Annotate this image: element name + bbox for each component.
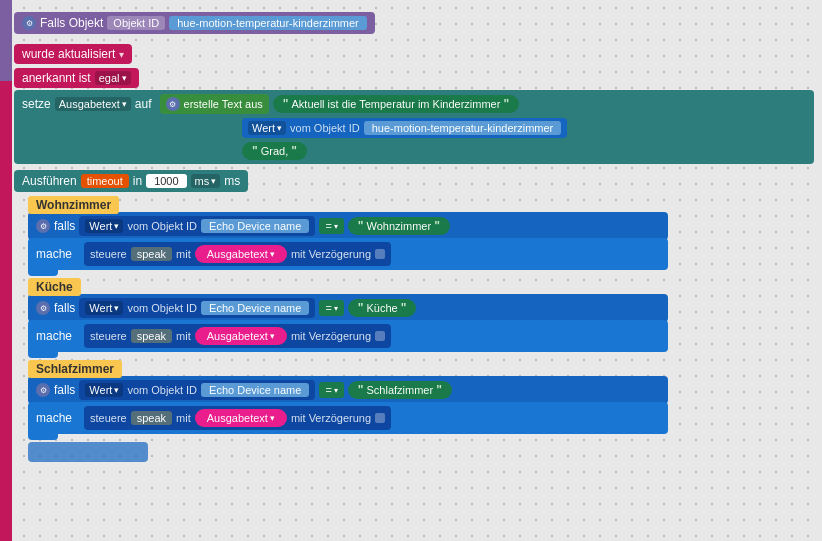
kueche-gear-icon: ⚙ [36, 301, 50, 315]
ms-label: ms [224, 174, 240, 188]
in-label: in [133, 174, 142, 188]
auf-label: auf [135, 97, 152, 111]
schlafzimmer-mache-label: mache [36, 411, 72, 425]
erstelle-gear-icon: ⚙ [166, 97, 180, 111]
wohnzimmer-ausgabetext-dd[interactable]: Ausgabetext [203, 247, 279, 261]
schlafzimmer-vom-label: vom Objekt ID [127, 384, 197, 396]
schlafzimmer-ausgabetext-dd[interactable]: Ausgabetext [203, 411, 279, 425]
kueche-ausgabetext-dd[interactable]: Ausgabetext [203, 329, 279, 343]
wohnzimmer-mache-row: mache steuere speak mit Ausgabetext mit … [36, 242, 660, 266]
erstelle-label: erstelle Text aus [184, 98, 263, 110]
wohnzimmer-ausgabetext[interactable]: Ausgabetext [195, 245, 287, 263]
setze-row1: setze Ausgabetext auf ⚙ erstelle Text au… [22, 94, 806, 114]
ausgabetext-dropdown[interactable]: Ausgabetext [55, 97, 131, 111]
objekt-id-label: Objekt ID [107, 16, 165, 30]
kueche-echo-device[interactable]: Echo Device name [201, 301, 309, 315]
objekt-id-value2[interactable]: hue-motion-temperatur-kinderzimmer [364, 121, 562, 135]
schlafzimmer-equals[interactable]: = ▾ [319, 382, 343, 398]
wohnzimmer-equals[interactable]: = ▾ [319, 218, 343, 234]
wohnzimmer-delay-input[interactable] [375, 249, 385, 259]
anerkannt-label: anerkannt ist [22, 71, 91, 85]
kueche-steuere-label: steuere [90, 330, 127, 342]
ms-dropdown[interactable]: ms [191, 174, 221, 188]
kueche-ausgabetext[interactable]: Ausgabetext [195, 327, 287, 345]
wohnzimmer-verzoegerung-label: mit Verzögerung [291, 248, 371, 260]
kueche-equals[interactable]: = ▾ [319, 300, 343, 316]
kueche-label: Küche [28, 278, 81, 296]
aktuell-string-block[interactable]: " Aktuell ist die Temperatur im Kinderzi… [273, 95, 519, 113]
kueche-mache-block[interactable]: mache steuere speak mit Ausgabetext mit … [28, 320, 668, 352]
wohnzimmer-mit-label: mit [176, 248, 191, 260]
wohnzimmer-string-value: Wohnzimmer [367, 220, 432, 232]
wohnzimmer-speak-label: speak [131, 247, 172, 261]
setze-label: setze [22, 97, 51, 111]
wohnzimmer-steuere-block[interactable]: steuere speak mit Ausgabetext mit Verzög… [84, 242, 391, 266]
schlafzimmer-mache-row: mache steuere speak mit Ausgabetext mit … [36, 406, 660, 430]
erstelle-block[interactable]: ⚙ erstelle Text aus [160, 94, 269, 114]
kueche-mit-label: mit [176, 330, 191, 342]
kueche-falls-row: ⚙ falls Wert vom Objekt ID Echo Device n… [36, 298, 660, 318]
kueche-wert-dd[interactable]: Wert [85, 301, 123, 315]
kueche-mache-label: mache [36, 329, 72, 343]
schlafzimmer-falls-label: falls [54, 383, 75, 397]
sidebar-accent [0, 0, 12, 541]
kueche-steuere-block[interactable]: steuere speak mit Ausgabetext mit Verzög… [84, 324, 391, 348]
kueche-vom-label: vom Objekt ID [127, 302, 197, 314]
schlafzimmer-mit-label: mit [176, 412, 191, 424]
wohnzimmer-wert-dd[interactable]: Wert [85, 219, 123, 233]
kueche-falls-block[interactable]: ⚙ falls Wert vom Objekt ID Echo Device n… [28, 294, 668, 322]
wohnzimmer-falls-label: falls [54, 219, 75, 233]
kueche-verzoegerung-label: mit Verzögerung [291, 330, 371, 342]
schlafzimmer-label: Schlafzimmer [28, 360, 122, 378]
wohnzimmer-string[interactable]: " Wohnzimmer " [348, 217, 450, 235]
schlafzimmer-mache-block[interactable]: mache steuere speak mit Ausgabetext mit … [28, 402, 668, 434]
anerkannt-block[interactable]: anerkannt ist egal [14, 68, 139, 88]
wohnzimmer-wert-block[interactable]: Wert vom Objekt ID Echo Device name [79, 216, 315, 236]
wohnzimmer-falls-row: ⚙ falls Wert vom Objekt ID Echo Device n… [36, 216, 660, 236]
wurde-label: wurde aktualisiert [22, 47, 115, 61]
schlafzimmer-steuere-label: steuere [90, 412, 127, 424]
kueche-mache-row: mache steuere speak mit Ausgabetext mit … [36, 324, 660, 348]
schlafzimmer-steuere-block[interactable]: steuere speak mit Ausgabetext mit Verzög… [84, 406, 391, 430]
wohnzimmer-echo-device[interactable]: Echo Device name [201, 219, 309, 233]
setze-row2: Wert vom Objekt ID hue-motion-temperatur… [22, 118, 806, 138]
schlafzimmer-verzoegerung-label: mit Verzögerung [291, 412, 371, 424]
schlafzimmer-delay-input[interactable] [375, 413, 385, 423]
wohnzimmer-falls-block[interactable]: ⚙ falls Wert vom Objekt ID Echo Device n… [28, 212, 668, 240]
wert-block[interactable]: Wert vom Objekt ID hue-motion-temperatur… [242, 118, 567, 138]
bottom-partial-block [28, 442, 148, 462]
grad-text: Grad, [261, 145, 289, 157]
timeout-value[interactable]: 1000 [146, 174, 186, 188]
vom-label: vom Objekt ID [290, 122, 360, 134]
schlafzimmer-echo-device[interactable]: Echo Device name [201, 383, 309, 397]
grad-string-block[interactable]: " Grad, " [242, 142, 307, 160]
schlafzimmer-wert-dd[interactable]: Wert [85, 383, 123, 397]
kueche-delay-input[interactable] [375, 331, 385, 341]
wohnzimmer-mache-label: mache [36, 247, 72, 261]
gear-icon: ⚙ [22, 16, 36, 30]
setze-block[interactable]: setze Ausgabetext auf ⚙ erstelle Text au… [14, 90, 814, 164]
objekt-id-value[interactable]: hue-motion-temperatur-kinderzimmer [169, 16, 367, 30]
falls-objekt-block[interactable]: ⚙ Falls Objekt Objekt ID hue-motion-temp… [14, 12, 375, 34]
kueche-speak-label: speak [131, 329, 172, 343]
kueche-wert-block[interactable]: Wert vom Objekt ID Echo Device name [79, 298, 315, 318]
wert-dropdown[interactable]: Wert [248, 121, 286, 135]
schlafzimmer-string-value: Schlafzimmer [367, 384, 434, 396]
wohnzimmer-vom-label: vom Objekt ID [127, 220, 197, 232]
wohnzimmer-mache-block[interactable]: mache steuere speak mit Ausgabetext mit … [28, 238, 668, 270]
schlafzimmer-ausgabetext[interactable]: Ausgabetext [195, 409, 287, 427]
wohnzimmer-steuere-label: steuere [90, 248, 127, 260]
aktuell-text: Aktuell ist die Temperatur im Kinderzimm… [292, 98, 501, 110]
timeout-label: timeout [81, 174, 129, 188]
falls-objekt-label: Falls Objekt [40, 16, 103, 30]
kueche-string[interactable]: " Küche " [348, 299, 417, 317]
wurde-aktualisiert-block[interactable]: wurde aktualisiert ▾ [14, 44, 132, 64]
schlafzimmer-string[interactable]: " Schlafzimmer " [348, 381, 452, 399]
schlafzimmer-wert-block[interactable]: Wert vom Objekt ID Echo Device name [79, 380, 315, 400]
ausfuehren-block[interactable]: Ausführen timeout in 1000 ms ms [14, 170, 248, 192]
wohnzimmer-label: Wohnzimmer [28, 196, 119, 214]
kueche-string-value: Küche [367, 302, 398, 314]
kueche-falls-label: falls [54, 301, 75, 315]
anerkannt-value[interactable]: egal [95, 71, 131, 85]
schlafzimmer-falls-block[interactable]: ⚙ falls Wert vom Objekt ID Echo Device n… [28, 376, 668, 404]
